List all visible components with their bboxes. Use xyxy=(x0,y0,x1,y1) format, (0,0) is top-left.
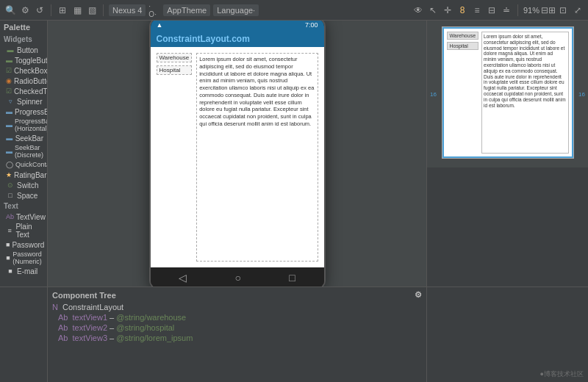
spinner-label: Spinner xyxy=(17,98,42,106)
device-selector[interactable]: Nexus 4 xyxy=(109,4,146,16)
number-badge: 8 xyxy=(456,4,468,16)
cursor-icon[interactable]: ↖ xyxy=(427,4,439,16)
component-tree-item-2[interactable]: Ab textView2 – @string/hospital xyxy=(52,322,422,333)
palette-item-progressbar[interactable]: ▬ ProgressBar xyxy=(0,107,47,117)
palette-item-progressbar-h[interactable]: ▬ ProgressBar (Horizontal) xyxy=(0,117,47,133)
phone-preview: ▲ 7:00 ConstraintLayout.com Warehouse Ho… xyxy=(149,21,326,286)
lorem-text: Lorem ipsum dolor sit amet, consectetur … xyxy=(196,53,318,262)
textview2-label: textView2 xyxy=(73,323,108,332)
theme-selector[interactable]: AppTheme xyxy=(163,4,210,16)
checkedtv-label: CheckedTextView xyxy=(14,87,48,96)
palette-item-switch[interactable]: ⊙ Switch xyxy=(0,180,47,190)
palette-item-seekbar[interactable]: ▬ SeekBar xyxy=(0,133,47,143)
plaintext-label: Plain Text xyxy=(15,223,43,239)
warehouse-label: Warehouse xyxy=(157,53,193,62)
component-tree-icons[interactable]: ⚙ xyxy=(415,290,422,300)
chain-icon[interactable]: ⊟ xyxy=(486,4,498,16)
top-toolbar: 🔍 ⚙ ↺ ⊞ ▦ ▧ Nexus 4 · O· AppTheme Langua… xyxy=(0,0,588,21)
textview1-attr: @string/warehouse xyxy=(116,313,186,322)
editor-canvas[interactable]: ▲ 7:00 ConstraintLayout.com Warehouse Ho… xyxy=(48,21,426,286)
margin-right-label: 16 xyxy=(578,91,585,98)
palette-item-plaintext[interactable]: ≡ Plain Text xyxy=(0,222,47,239)
phone-sidebar: Warehouse Hospital xyxy=(157,53,193,262)
search-icon[interactable]: 🔍 xyxy=(4,4,16,16)
palette-item-button[interactable]: ▬ Button xyxy=(0,45,47,55)
toolbar-separator-3 xyxy=(517,4,518,16)
progressh-icon: ▬ xyxy=(6,120,12,129)
bottom-properties xyxy=(426,287,588,382)
palette-item-quickcontact[interactable]: ◯ QuickContactBadge xyxy=(0,159,47,170)
textview-label: TextView xyxy=(16,213,46,221)
palette-title: Palette xyxy=(0,21,47,34)
watermark: ●博客技术社区 xyxy=(540,370,584,379)
phone-navbar: ◁ ○ □ xyxy=(151,267,324,286)
palette-item-textview[interactable]: Ab TextView xyxy=(0,212,47,222)
zoom-controls[interactable]: ⊟⊞ xyxy=(542,4,554,16)
component-tree-item-3[interactable]: Ab textView3 – @string/lorem_ipsum xyxy=(52,333,422,343)
seekbard-icon: ▬ xyxy=(6,147,12,156)
bottom-panel: Component Tree ⚙ N ConstraintLayout Ab t… xyxy=(0,286,588,382)
bottom-palette xyxy=(0,287,48,382)
quickcontact-icon: ◯ xyxy=(6,160,13,169)
phone-content: Warehouse Hospital Lorem ipsum dolor sit… xyxy=(151,47,324,267)
right-lorem-text: Lorem ipsum dolor sit amet, consectetur … xyxy=(481,32,568,154)
back-icon: ◁ xyxy=(179,272,187,284)
phone-titlebar: ConstraintLayout.com xyxy=(151,31,324,47)
palette-category-text[interactable]: Text xyxy=(0,201,47,212)
rating-label: RatingBar xyxy=(14,171,46,179)
layout-icon[interactable]: ▦ xyxy=(71,4,83,16)
radio-label: RadioButton xyxy=(14,77,48,85)
refresh-icon[interactable]: ↺ xyxy=(34,4,46,16)
palette-item-checkedtextview[interactable]: ☑ CheckedTextView xyxy=(0,86,47,96)
palette-item-spinner[interactable]: ▿ Spinner xyxy=(0,96,47,107)
phone-statusbar: ▲ 7:00 xyxy=(151,21,324,31)
component-tree-root[interactable]: N ConstraintLayout xyxy=(52,302,422,312)
textview1-label: textView1 xyxy=(73,313,108,322)
palette-item-seekbar-d[interactable]: ▬ SeekBar (Discrete) xyxy=(0,143,47,159)
passwordnum-label: Password (Numeric) xyxy=(12,251,43,265)
settings-icon[interactable]: ⚙ xyxy=(19,4,31,16)
extra-icons[interactable]: ⊡ xyxy=(557,4,569,16)
textview3-icon: Ab xyxy=(58,334,68,342)
language-selector[interactable]: Language· xyxy=(213,4,259,16)
palette-item-password[interactable]: ■ Password xyxy=(0,239,47,250)
component-tree-panel: Component Tree ⚙ N ConstraintLayout Ab t… xyxy=(48,287,426,382)
layout-icon: N xyxy=(52,303,58,311)
right-preview-content: Warehouse Hospital Lorem ipsum dolor sit… xyxy=(442,26,574,159)
palette-item-checkbox[interactable]: ☑ CheckBox xyxy=(0,65,47,76)
expand-icon[interactable]: ⤢ xyxy=(572,4,584,16)
eye-icon[interactable]: 👁 xyxy=(412,4,424,16)
textview1-icon: Ab xyxy=(58,313,68,322)
recents-icon: □ xyxy=(289,272,295,284)
tools-icon[interactable]: ≐ xyxy=(501,4,512,16)
layout2-icon[interactable]: ▧ xyxy=(86,4,98,16)
space-label: Space xyxy=(17,192,37,200)
textview3-sep: – xyxy=(110,334,116,342)
wifi-icon: ▲ xyxy=(157,21,163,29)
seekbard-label: SeekBar (Discrete) xyxy=(15,144,43,159)
textview-icon: Ab xyxy=(6,212,14,221)
palette-item-email[interactable]: ■ E-mail xyxy=(0,266,47,276)
api-label: · O· xyxy=(148,4,160,16)
radio-icon: ◉ xyxy=(6,76,12,85)
progress-label: ProgressBar xyxy=(15,108,48,116)
email-icon: ■ xyxy=(6,267,15,275)
palette-item-togglebutton[interactable]: ▬ ToggleButton xyxy=(0,55,47,65)
palette-item-radio[interactable]: ◉ RadioButton xyxy=(0,76,47,86)
component-tree-item-1[interactable]: Ab textView1 – @string/warehouse xyxy=(52,312,422,322)
time-display: 7:00 xyxy=(305,21,318,29)
palette-item-passwordnum[interactable]: ■ Password (Numeric) xyxy=(0,250,47,266)
textview2-sep: – xyxy=(110,323,116,332)
phone-device: ▲ 7:00 ConstraintLayout.com Warehouse Ho… xyxy=(149,21,326,286)
palette-item-space[interactable]: □ Space xyxy=(0,190,47,201)
right-hospital-label: Hospital xyxy=(447,42,479,50)
palette-item-ratingbar[interactable]: ★ RatingBar xyxy=(0,170,47,180)
move-icon[interactable]: ✛ xyxy=(442,4,453,16)
palette-category-widgets[interactable]: Widgets xyxy=(0,34,47,45)
component-tree-title: Component Tree xyxy=(52,291,116,300)
align-icon[interactable]: ≡ xyxy=(471,4,483,16)
palette-panel: Palette Widgets ▬ Button ▬ ToggleButton … xyxy=(0,21,48,286)
textview2-attr: @string/hospital xyxy=(116,323,174,332)
grid-icon[interactable]: ⊞ xyxy=(57,4,68,16)
textview1-sep: – xyxy=(110,313,116,322)
